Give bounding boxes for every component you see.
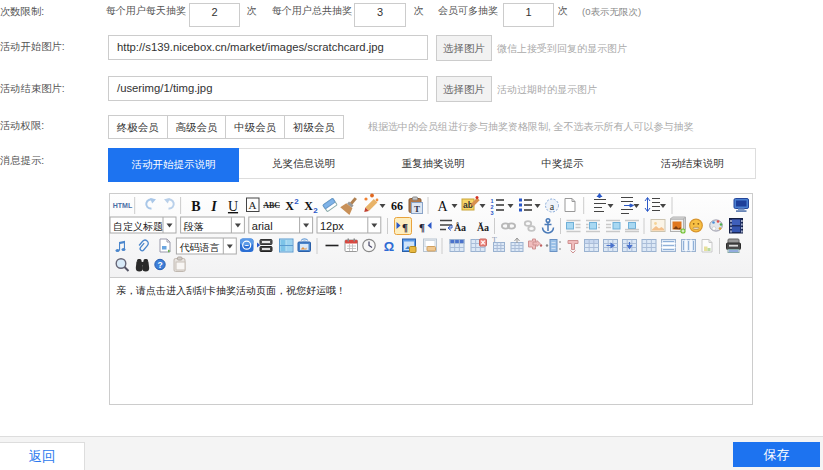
svg-text:12px: 12px [320,220,344,232]
svg-text:Ăa: Ăa [477,222,489,233]
svg-text:3: 3 [490,210,493,216]
svg-text:2: 2 [294,197,299,206]
svg-text:?: ? [157,260,162,270]
svg-text:代码语言: 代码语言 [179,242,219,253]
svg-text:A: A [438,199,449,214]
svg-text:I: I [210,199,217,214]
svg-text:X: X [285,199,294,213]
svg-text:T: T [414,204,420,214]
svg-text:Ω: Ω [384,239,394,254]
svg-text:X: X [304,199,313,213]
svg-text:66: 66 [391,199,403,213]
svg-text:a: a [550,201,555,212]
svg-text:B: B [191,199,200,214]
svg-text:2: 2 [313,206,318,215]
svg-text:Åa: Åa [454,222,466,233]
svg-text:¶: ¶ [402,221,408,233]
svg-text:A: A [249,199,257,211]
svg-text:自定义标题: 自定义标题 [113,221,163,232]
svg-text:ab: ab [463,200,473,210]
svg-text:ABC: ABC [263,201,280,210]
svg-text:arial: arial [252,220,273,232]
svg-text:HTML: HTML [113,202,133,209]
svg-text:¶: ¶ [419,221,425,233]
svg-text:U: U [228,199,238,214]
svg-text:段落: 段落 [184,221,204,232]
